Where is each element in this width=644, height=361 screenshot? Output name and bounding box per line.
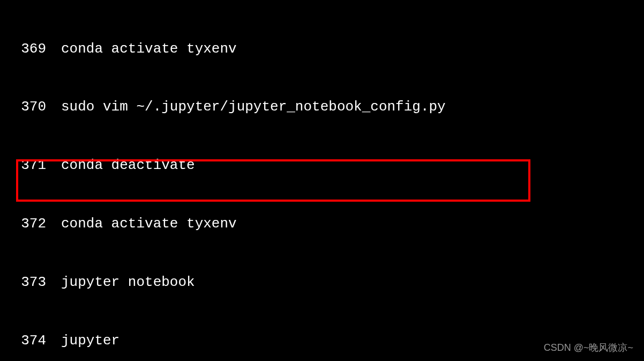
- command-text: sudo vim ~/.jupyter/jupyter_notebook_con…: [61, 97, 446, 116]
- watermark-text: CSDN @~晚风微凉~: [544, 341, 633, 355]
- line-number: 374: [16, 331, 46, 350]
- line-number: 370: [16, 97, 46, 116]
- command-text: conda activate tyxenv: [61, 214, 237, 233]
- terminal-output: 369conda activate tyxenv 370sudo vim ~/.…: [16, 0, 628, 361]
- command-text: conda activate tyxenv: [61, 39, 237, 58]
- history-line: 371conda deactivate: [16, 156, 628, 175]
- line-number: 373: [16, 272, 46, 292]
- command-text: jupyter notebook: [61, 272, 195, 292]
- history-line: 370sudo vim ~/.jupyter/jupyter_notebook_…: [16, 98, 628, 117]
- line-number: 369: [16, 39, 46, 58]
- command-text: conda deactivate: [61, 156, 195, 175]
- line-number: 371: [16, 156, 46, 175]
- line-number: 372: [16, 214, 46, 233]
- history-line: 373jupyter notebook: [16, 272, 628, 292]
- history-line: 369conda activate tyxenv: [16, 39, 628, 58]
- command-text: jupyter: [61, 331, 119, 350]
- history-line: 372conda activate tyxenv: [16, 214, 628, 233]
- history-line: 374jupyter: [16, 331, 628, 350]
